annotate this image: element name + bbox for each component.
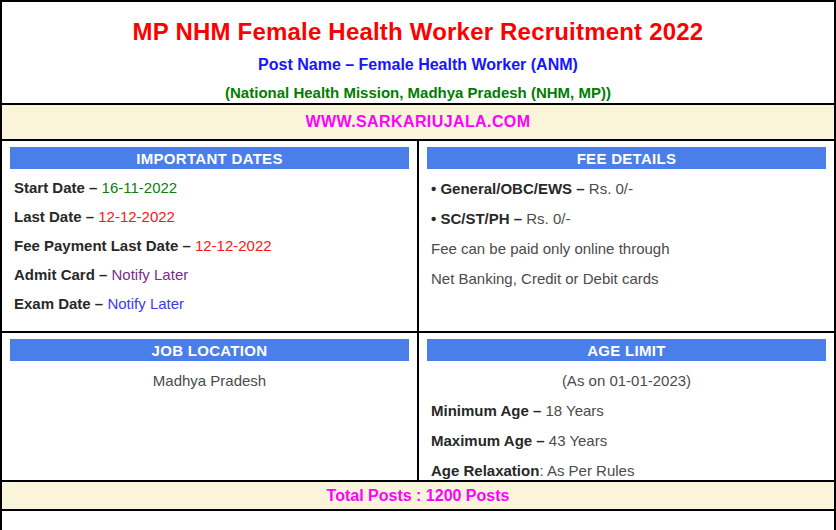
important-dates-heading-text: IMPORTANT DATES bbox=[136, 150, 282, 167]
important-dates-list: Start Date – 16-11-2022 Last Date – 12-1… bbox=[2, 169, 417, 318]
admit-card-value: Notify Later bbox=[112, 266, 189, 283]
start-date-row: Start Date – 16-11-2022 bbox=[14, 173, 405, 202]
age-limit-content: (As on 01-01-2023) Minimum Age – 18 Year… bbox=[419, 361, 834, 485]
age-relaxation-label: Age Relaxation bbox=[431, 462, 539, 479]
last-date-label: Last Date – bbox=[14, 208, 98, 225]
last-date-row: Last Date – 12-12-2022 bbox=[14, 202, 405, 231]
total-posts-banner: Total Posts : 1200 Posts bbox=[2, 482, 834, 511]
age-as-on-row: (As on 01-01-2023) bbox=[431, 365, 822, 395]
age-limit-heading-text: AGE LIMIT bbox=[587, 342, 666, 359]
job-location-content: Madhya Pradesh bbox=[2, 361, 417, 395]
important-dates-section: IMPORTANT DATES Start Date – 16-11-2022 … bbox=[2, 141, 417, 331]
fee-general-label: • General/OBC/EWS – bbox=[431, 180, 589, 197]
location-and-age-section: JOB LOCATION Madhya Pradesh AGE LIMIT (A… bbox=[2, 333, 834, 482]
minimum-age-label: Minimum Age – bbox=[431, 402, 545, 419]
age-relaxation-row: Age Relaxation: As Per Rules bbox=[431, 455, 822, 485]
fee-details-list: • General/OBC/EWS – Rs. 0/- • SC/ST/PH –… bbox=[419, 169, 834, 293]
page-title: MP NHM Female Health Worker Recruitment … bbox=[2, 2, 834, 46]
job-location-section: JOB LOCATION Madhya Pradesh bbox=[2, 333, 417, 480]
start-date-label: Start Date – bbox=[14, 179, 102, 196]
admit-card-row: Admit Card – Notify Later bbox=[14, 260, 405, 289]
age-limit-heading: AGE LIMIT bbox=[427, 339, 826, 361]
fee-payment-last-date-label: Fee Payment Last Date – bbox=[14, 237, 195, 254]
maximum-age-label: Maximum Age – bbox=[431, 432, 549, 449]
header-section: MP NHM Female Health Worker Recruitment … bbox=[2, 2, 834, 105]
maximum-age-value: 43 Years bbox=[549, 432, 607, 449]
fee-details-heading: FEE DETAILS bbox=[427, 147, 826, 169]
minimum-age-row: Minimum Age – 18 Years bbox=[431, 395, 822, 425]
job-location-value: Madhya Pradesh bbox=[153, 372, 266, 389]
fee-scstph-value: Rs. 0/- bbox=[526, 210, 570, 227]
fee-general-row: • General/OBC/EWS – Rs. 0/- bbox=[431, 173, 822, 203]
age-as-on-date: (As on 01-01-2023) bbox=[562, 372, 691, 389]
start-date-value: 16-11-2022 bbox=[102, 179, 178, 196]
website-banner: WWW.SARKARIUJALA.COM bbox=[2, 105, 834, 141]
fee-payment-last-date-value: 12-12-2022 bbox=[195, 237, 272, 254]
post-name-subtitle: Post Name – Female Health Worker (ANM) bbox=[2, 56, 834, 74]
age-limit-section: AGE LIMIT (As on 01-01-2023) Minimum Age… bbox=[417, 333, 834, 480]
fee-details-section: FEE DETAILS • General/OBC/EWS – Rs. 0/- … bbox=[417, 141, 834, 331]
last-date-value: 12-12-2022 bbox=[98, 208, 175, 225]
recruitment-notice-page: MP NHM Female Health Worker Recruitment … bbox=[0, 0, 836, 530]
job-location-heading: JOB LOCATION bbox=[10, 339, 409, 361]
fee-note-row: Net Banking, Credit or Debit cards bbox=[431, 263, 822, 293]
fee-note-line-1: Fee can be paid only online through bbox=[431, 240, 670, 257]
important-dates-heading: IMPORTANT DATES bbox=[10, 147, 409, 169]
fee-note-line-2: Net Banking, Credit or Debit cards bbox=[431, 270, 659, 287]
job-location-row: Madhya Pradesh bbox=[14, 365, 405, 395]
website-banner-text: WWW.SARKARIUJALA.COM bbox=[306, 113, 531, 131]
exam-date-row: Exam Date – Notify Later bbox=[14, 289, 405, 318]
next-section-stub bbox=[2, 511, 834, 520]
minimum-age-value: 18 Years bbox=[545, 402, 603, 419]
fee-general-value: Rs. 0/- bbox=[589, 180, 633, 197]
fee-scstph-label: • SC/ST/PH – bbox=[431, 210, 526, 227]
admit-card-label: Admit Card – bbox=[14, 266, 112, 283]
fee-scstph-row: • SC/ST/PH – Rs. 0/- bbox=[431, 203, 822, 233]
fee-details-heading-text: FEE DETAILS bbox=[577, 150, 677, 167]
total-posts-text: Total Posts : 1200 Posts bbox=[327, 487, 510, 505]
age-relaxation-value: : As Per Rules bbox=[539, 462, 634, 479]
fee-payment-last-date-row: Fee Payment Last Date – 12-12-2022 bbox=[14, 231, 405, 260]
exam-date-label: Exam Date – bbox=[14, 295, 107, 312]
job-location-heading-text: JOB LOCATION bbox=[152, 342, 268, 359]
dates-and-fees-section: IMPORTANT DATES Start Date – 16-11-2022 … bbox=[2, 141, 834, 333]
fee-note-row: Fee can be paid only online through bbox=[431, 233, 822, 263]
maximum-age-row: Maximum Age – 43 Years bbox=[431, 425, 822, 455]
organization-subtitle: (National Health Mission, Madhya Pradesh… bbox=[2, 84, 834, 101]
exam-date-value: Notify Later bbox=[107, 295, 184, 312]
